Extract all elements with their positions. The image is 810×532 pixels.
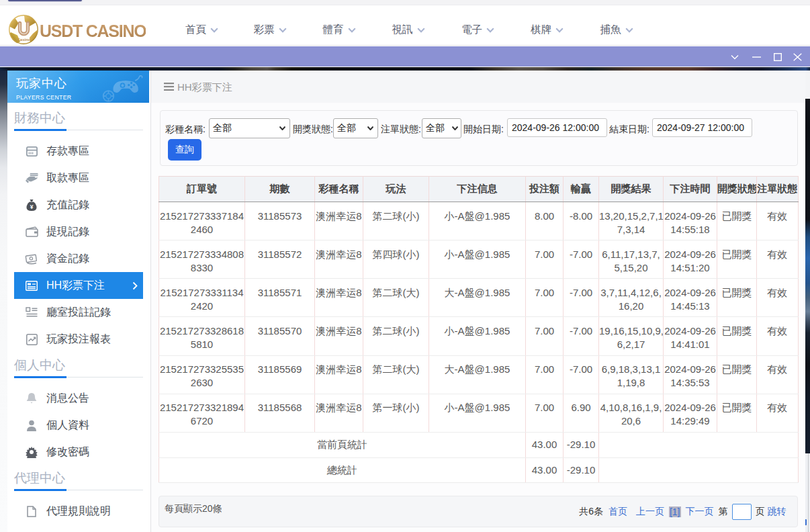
svg-text:¥: ¥ — [30, 203, 34, 210]
svg-text:Casino: Casino — [17, 38, 30, 42]
